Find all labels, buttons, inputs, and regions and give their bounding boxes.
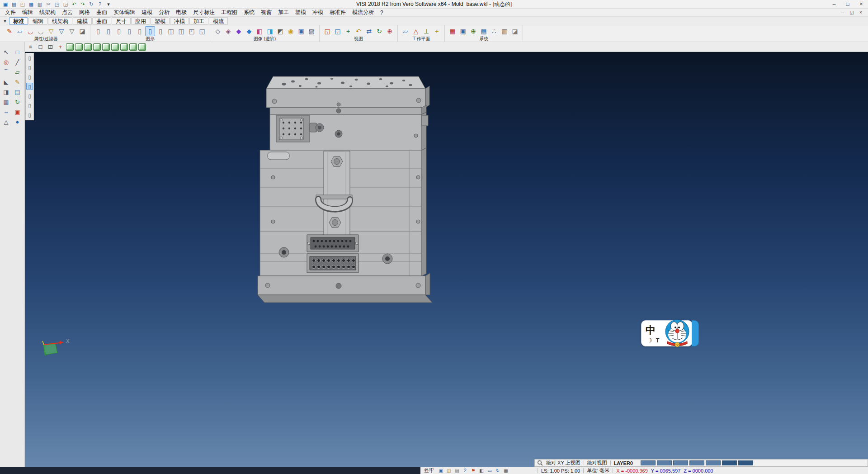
zoom-in-icon[interactable]: + — [343, 26, 353, 36]
rendered-mode-icon[interactable]: ◆ — [244, 26, 254, 36]
hidden-line-mode-icon[interactable]: ◈ — [223, 26, 233, 36]
tab-application[interactable]: 应用 — [131, 17, 150, 25]
menu-edit[interactable]: 编辑 — [19, 9, 36, 16]
absolute-view-indicator[interactable]: 绝对视图 — [587, 460, 607, 466]
app-icon[interactable]: ▣ — [1, 0, 9, 8]
notes-icon[interactable]: ▤ — [453, 468, 461, 474]
ime-toolbar[interactable]: 中 ☽ T — [641, 318, 700, 349]
units-indicator[interactable]: 单位: 毫米 — [587, 467, 609, 474]
ime-mode-indicator[interactable]: 中 — [646, 323, 656, 337]
background-settings-icon[interactable]: ▨ — [307, 26, 316, 36]
display-roll-10-icon[interactable]: ◰ — [187, 26, 197, 36]
quick-filter-icon[interactable]: ▽ — [57, 26, 66, 36]
plane-tools-icon[interactable]: ▱ — [12, 67, 23, 77]
tab-wireframe[interactable]: 线架构 — [48, 17, 72, 25]
display-roll-9-icon[interactable]: ◫ — [176, 26, 186, 36]
menu-standard-parts[interactable]: 标准件 — [326, 9, 349, 16]
display-roll-active-icon[interactable]: ▯ — [145, 26, 155, 36]
zoom-all-icon[interactable]: ◱ — [322, 26, 332, 36]
iso-ne-view-icon[interactable] — [129, 43, 137, 51]
arc-tools-icon[interactable]: ⌒ — [1, 67, 11, 77]
viewport-single-icon[interactable]: □ — [36, 43, 45, 51]
mesh-corner-icon[interactable]: ◣ — [1, 77, 11, 87]
workplane-xy-icon[interactable]: ▱ — [401, 26, 410, 36]
minimize-button[interactable]: – — [827, 0, 841, 8]
menu-file[interactable]: 文件 — [2, 9, 19, 16]
display-roll-2-icon[interactable]: ▯ — [104, 26, 113, 36]
sheet-7-icon[interactable]: ▯ — [26, 111, 33, 118]
wireframe-mode-icon[interactable]: ◇ — [213, 26, 223, 36]
layer-color-chip[interactable] — [738, 460, 753, 465]
tab-die[interactable]: 冲模 — [170, 17, 189, 25]
new-file-icon[interactable]: ▤ — [10, 0, 18, 8]
layer-color-chip[interactable] — [706, 460, 721, 465]
menu-analysis[interactable]: 分析 — [156, 9, 173, 16]
measure-triangle-icon[interactable]: △ — [1, 117, 11, 127]
right-view-icon[interactable] — [93, 43, 101, 51]
ime-toolbox-icon[interactable]: T — [656, 337, 659, 344]
print-icon[interactable]: ▥ — [36, 0, 44, 8]
display-roll-7-icon[interactable]: ▯ — [156, 26, 165, 36]
tab-modeling[interactable]: 建模 — [73, 17, 92, 25]
menu-mold[interactable]: 塑模 — [292, 9, 309, 16]
material-slate-icon[interactable]: ◪ — [510, 26, 520, 36]
bottom-view-icon[interactable] — [120, 43, 128, 51]
menu-surface[interactable]: 曲面 — [93, 9, 110, 16]
menu-window[interactable]: 视窗 — [258, 9, 275, 16]
refresh-icon[interactable]: ↻ — [494, 468, 501, 474]
grid-icon[interactable]: ▦ — [502, 468, 509, 474]
save-file-icon[interactable]: ▦ — [27, 0, 35, 8]
rotate-view-icon[interactable]: ↻ — [374, 26, 384, 36]
dynamic-view-icon[interactable]: ⊕ — [385, 26, 395, 36]
back-view-icon[interactable] — [111, 43, 119, 51]
mdi-minimize-button[interactable]: – — [838, 9, 847, 16]
tab-edit[interactable]: 编辑 — [28, 17, 47, 25]
transparency-mode-icon[interactable]: ◨ — [265, 26, 275, 36]
magnet-release-icon[interactable]: ◡ — [36, 26, 46, 36]
color-grid-icon[interactable]: ▦ — [448, 26, 458, 36]
view-menu-icon[interactable]: ≡ — [26, 43, 35, 51]
display-roll-5-icon[interactable]: ▯ — [135, 26, 145, 36]
sheet-4-active-icon[interactable]: ▯ — [26, 83, 33, 90]
monitor-icon[interactable]: ▭ — [486, 468, 493, 474]
menu-electrode[interactable]: 电极 — [173, 9, 190, 16]
flag-icon[interactable]: ⚑ — [470, 468, 477, 474]
iso-view-icon[interactable] — [66, 43, 74, 51]
menu-system[interactable]: 系统 — [241, 9, 258, 16]
lock-label[interactable]: 拴牢 — [424, 467, 434, 474]
filter-clear-icon[interactable]: ◪ — [77, 26, 87, 36]
top-view-icon[interactable] — [84, 43, 92, 51]
pan-view-icon[interactable]: ⇄ — [364, 26, 374, 36]
tab-dimension[interactable]: 尺寸 — [112, 17, 131, 25]
menu-flow-analysis[interactable]: 模流分析 — [349, 9, 377, 16]
sketch-icon[interactable]: ✎ — [12, 77, 23, 87]
display-roll-1-icon[interactable]: ▯ — [93, 26, 103, 36]
menu-wireframe[interactable]: 线架构 — [36, 9, 59, 16]
menu-modeling[interactable]: 建模 — [138, 9, 156, 16]
display-roll-11-icon[interactable]: ◱ — [197, 26, 207, 36]
front-view-icon[interactable] — [75, 43, 83, 51]
display-roll-4-icon[interactable]: ▯ — [124, 26, 134, 36]
sheet-1-icon[interactable]: ▯ — [26, 54, 33, 62]
tab-standard[interactable]: 标准 — [9, 17, 28, 25]
grid-toggle-icon[interactable]: ▦ — [1, 97, 11, 107]
filter-settings-icon[interactable]: ▽ — [67, 26, 77, 36]
clock-2-icon[interactable]: 2 — [462, 468, 469, 474]
sheet-2-icon[interactable]: ▯ — [26, 64, 33, 71]
display-roll-8-icon[interactable]: ◫ — [166, 26, 176, 36]
mdi-close-button[interactable]: × — [856, 9, 865, 16]
viewport-3d[interactable]: ▯▯▯▯▯▯▯ X 中 ☽ T — [25, 52, 868, 467]
menu-die[interactable]: 冲模 — [309, 9, 326, 16]
select-icon[interactable]: ↖ — [1, 47, 11, 57]
cut-icon[interactable]: ✂ — [44, 0, 52, 8]
trim-line-icon[interactable]: ╱ — [12, 57, 23, 67]
close-button[interactable]: × — [854, 0, 868, 8]
menu-help[interactable]: ? — [377, 9, 387, 16]
workplane-entity-icon[interactable]: △ — [411, 26, 421, 36]
window-select-icon[interactable]: □ — [12, 47, 23, 57]
scale-indicator[interactable]: LS: 1.00 PS: 1.00 — [541, 468, 580, 474]
axis-toggle-icon[interactable]: + — [56, 43, 65, 51]
point-cloud-icon[interactable]: ∴ — [489, 26, 499, 36]
target-point-icon[interactable]: ▣ — [12, 107, 23, 117]
tab-surface[interactable]: 曲面 — [92, 17, 111, 25]
